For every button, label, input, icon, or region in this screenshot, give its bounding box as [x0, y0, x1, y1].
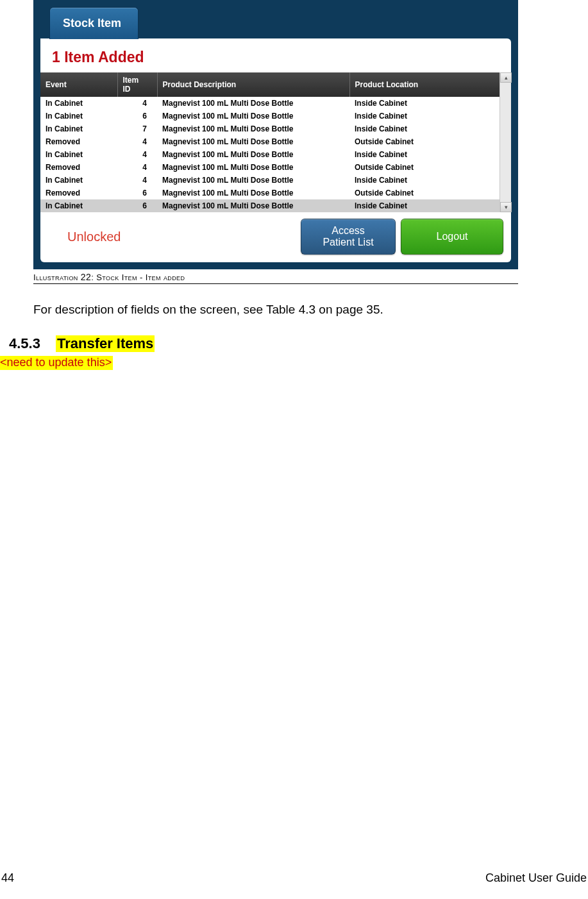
figure-caption: Illustration 22: Stock Item - Item added [33, 272, 518, 284]
scroll-up-button[interactable]: ▴ [500, 72, 512, 83]
col-header-event[interactable]: Event [40, 72, 117, 97]
cell-location: Inside Cabinet [349, 174, 500, 187]
table-row[interactable]: In Cabinet6Magnevist 100 mL Multi Dose B… [40, 199, 500, 212]
cell-item-id: 4 [117, 161, 157, 174]
editor-note: <need to update this> [0, 356, 113, 370]
cell-event: In Cabinet [40, 110, 117, 122]
scroll-down-button[interactable]: ▾ [500, 202, 512, 212]
button-label: Access Patient List [323, 225, 373, 249]
table-row[interactable]: Removed4Magnevist 100 mL Multi Dose Bott… [40, 135, 500, 148]
section-title: Transfer Items [56, 335, 155, 352]
button-label: Logout [437, 231, 468, 242]
event-table-wrap: Event Item ID Product Description Produc… [40, 72, 511, 212]
chevron-up-icon: ▴ [505, 74, 508, 81]
cell-item-id: 6 [117, 199, 157, 212]
cell-event: In Cabinet [40, 97, 117, 110]
cell-event: In Cabinet [40, 122, 117, 135]
caption-rest: : Stock Item - Item added [91, 273, 185, 282]
cell-event: Removed [40, 187, 117, 199]
logout-button[interactable]: Logout [401, 219, 503, 255]
tab-label: Stock Item [63, 17, 121, 29]
cell-item-id: 4 [117, 135, 157, 148]
cell-description: Magnevist 100 mL Multi Dose Bottle [157, 110, 349, 122]
caption-prefix: Illustration [33, 273, 81, 282]
caption-number: 22 [81, 272, 91, 282]
cell-location: Inside Cabinet [349, 122, 500, 135]
col-header-description[interactable]: Product Description [157, 72, 349, 97]
cell-description: Magnevist 100 mL Multi Dose Bottle [157, 148, 349, 161]
cell-event: In Cabinet [40, 174, 117, 187]
page-number: 44 [1, 871, 14, 885]
table-row[interactable]: In Cabinet4Magnevist 100 mL Multi Dose B… [40, 174, 500, 187]
section-heading: 4.5.3 Transfer Items [9, 335, 588, 352]
table-row[interactable]: In Cabinet4Magnevist 100 mL Multi Dose B… [40, 148, 500, 161]
cell-event: Removed [40, 135, 117, 148]
cell-location: Inside Cabinet [349, 110, 500, 122]
page-footer: 44 Cabinet User Guide [0, 871, 588, 885]
cell-location: Outside Cabinet [349, 135, 500, 148]
cell-event: Removed [40, 161, 117, 174]
cell-description: Magnevist 100 mL Multi Dose Bottle [157, 174, 349, 187]
table-row[interactable]: Removed6Magnevist 100 mL Multi Dose Bott… [40, 187, 500, 199]
cell-item-id: 6 [117, 187, 157, 199]
col-header-location[interactable]: Product Location [349, 72, 500, 97]
table-row[interactable]: Removed4Magnevist 100 mL Multi Dose Bott… [40, 161, 500, 174]
cell-item-id: 4 [117, 148, 157, 161]
event-table: Event Item ID Product Description Produc… [40, 72, 500, 212]
cell-description: Magnevist 100 mL Multi Dose Bottle [157, 97, 349, 110]
lock-status: Unlocked [67, 230, 121, 244]
footer-bar: Unlocked Access Patient List Logout [40, 212, 511, 262]
table-row[interactable]: In Cabinet6Magnevist 100 mL Multi Dose B… [40, 110, 500, 122]
cell-location: Inside Cabinet [349, 199, 500, 212]
cell-description: Magnevist 100 mL Multi Dose Bottle [157, 135, 349, 148]
banner-text: 1 Item Added [52, 49, 144, 65]
app-window: Stock Item 1 Item Added Event Item ID Pr… [33, 0, 518, 269]
cell-event: In Cabinet [40, 199, 117, 212]
cell-location: Inside Cabinet [349, 97, 500, 110]
table-row[interactable]: In Cabinet4Magnevist 100 mL Multi Dose B… [40, 97, 500, 110]
col-header-item-id[interactable]: Item ID [117, 72, 157, 97]
cell-item-id: 4 [117, 97, 157, 110]
body-paragraph: For description of fields on the screen,… [33, 301, 588, 319]
scrollbar[interactable]: ▴ ▾ [500, 72, 511, 212]
cell-item-id: 4 [117, 174, 157, 187]
cell-item-id: 6 [117, 110, 157, 122]
cell-item-id: 7 [117, 122, 157, 135]
cell-location: Outside Cabinet [349, 161, 500, 174]
section-number: 4.5.3 [9, 335, 40, 352]
table-row[interactable]: In Cabinet7Magnevist 100 mL Multi Dose B… [40, 122, 500, 135]
cell-event: In Cabinet [40, 148, 117, 161]
cell-location: Outside Cabinet [349, 187, 500, 199]
cell-description: Magnevist 100 mL Multi Dose Bottle [157, 199, 349, 212]
access-patient-list-button[interactable]: Access Patient List [301, 219, 396, 255]
cell-location: Inside Cabinet [349, 148, 500, 161]
tab-stock-item[interactable]: Stock Item [49, 7, 139, 39]
cell-description: Magnevist 100 mL Multi Dose Bottle [157, 161, 349, 174]
chevron-down-icon: ▾ [505, 204, 508, 210]
cell-description: Magnevist 100 mL Multi Dose Bottle [157, 187, 349, 199]
cell-description: Magnevist 100 mL Multi Dose Bottle [157, 122, 349, 135]
banner: 1 Item Added [40, 38, 511, 72]
doc-title: Cabinet User Guide [485, 871, 587, 885]
